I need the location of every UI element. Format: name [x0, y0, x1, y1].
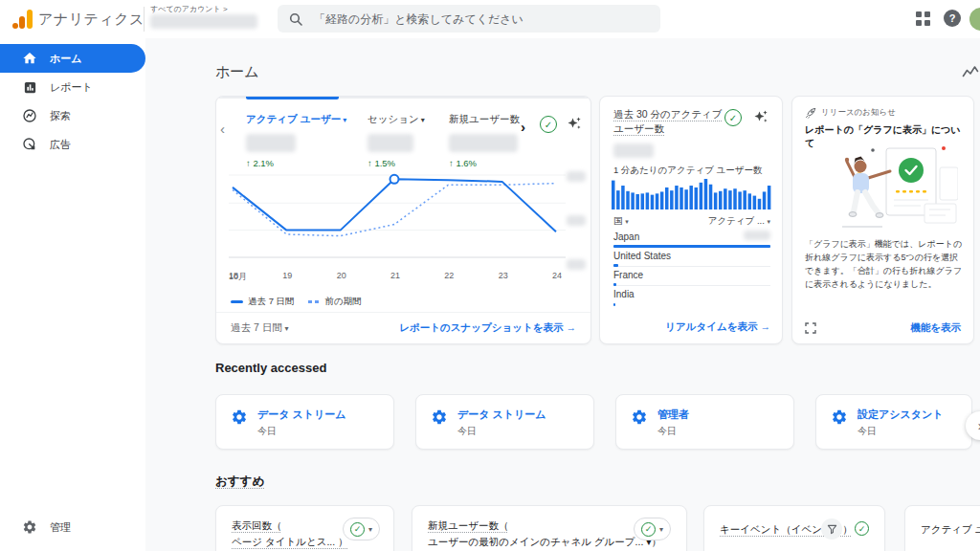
analytics-logo-icon[interactable]	[11, 9, 34, 30]
legend-solid-swatch	[231, 300, 243, 303]
sparkle-insights-icon[interactable]	[753, 109, 768, 124]
y-axis-label-blurred	[567, 259, 586, 270]
sidebar-item-label: 広告	[50, 138, 71, 152]
reports-icon	[21, 78, 38, 96]
value-column-header[interactable]: アクティブ ... ▾	[708, 215, 770, 228]
report-snapshot-link[interactable]: レポートのスナップショットを表示 →	[399, 321, 576, 335]
country-list: Japan United States France India	[613, 229, 770, 305]
top-header: アナリティクス すべてのアカウント > ?	[0, 0, 980, 38]
recent-card-data-stream-1[interactable]: データ ストリーム 今日	[215, 394, 394, 450]
search-input[interactable]	[314, 12, 649, 26]
rocket-icon	[805, 107, 816, 119]
gear-icon	[631, 408, 648, 426]
sidebar-item-label: レポート	[50, 80, 93, 95]
y-axis-label-blurred	[567, 171, 586, 182]
suggested-card-new-users[interactable]: 新規ユーザー数（ ユーザーの最初のメインのチャネル グループ... ▾） ✓ ▾	[412, 505, 687, 551]
metric-status-pill[interactable]: ✓ ▾	[634, 518, 671, 540]
country-column-header[interactable]: 国 ▾	[613, 215, 629, 228]
active-tab-indicator	[246, 97, 339, 99]
recent-card-data-stream-2[interactable]: データ ストリーム 今日	[415, 394, 594, 450]
metric-tab-sessions[interactable]: セッション▾ ↑ 1.5%	[368, 109, 425, 168]
metrics-prev-chevron-icon[interactable]: ‹	[220, 121, 225, 136]
realtime-card: 過去 30 分のアクティブ ユーザー数 ✓ 1 分あたりのアクティブ ユーザー数…	[599, 96, 783, 344]
recent-card-setup-assistant[interactable]: 設定アシスタント 今日	[815, 394, 972, 450]
chevron-down-icon[interactable]: ▾	[343, 116, 346, 124]
main-content: ホーム ‹ アクティブ ユーザー▾ ↑ 2.1% セッション▾ ↑ 1.5% 新…	[145, 38, 980, 551]
country-bar	[613, 303, 615, 306]
legend-label-current: 過去 7 日間	[248, 296, 295, 308]
header-divider	[144, 7, 145, 32]
gear-icon	[231, 408, 248, 426]
per-minute-bar-chart	[612, 179, 772, 213]
overview-metrics-card: ‹ アクティブ ユーザー▾ ↑ 2.1% セッション▾ ↑ 1.5% 新規ユーザ…	[215, 96, 591, 344]
account-name-blurred[interactable]	[150, 14, 257, 29]
sidebar-item-admin[interactable]: 管理	[0, 513, 145, 541]
arrow-right-icon: →	[567, 321, 577, 333]
sidebar-item-label: ホーム	[50, 52, 82, 66]
metric-change: 1.6%	[456, 158, 477, 168]
sparkle-insights-icon[interactable]	[567, 116, 582, 131]
search-bar[interactable]	[278, 5, 660, 33]
x-axis-labels: 10月 18192021222324	[229, 271, 566, 292]
view-feature-link[interactable]: 機能を表示	[910, 321, 961, 335]
metric-status-pill[interactable]: ✓ ▾	[343, 518, 380, 540]
date-range-selector[interactable]: 過去 7 日間 ▾	[231, 321, 289, 335]
country-row[interactable]: France	[613, 267, 770, 286]
metric-tab-active-users[interactable]: アクティブ ユーザー▾ ↑ 2.1%	[246, 109, 346, 168]
country-row[interactable]: United States	[613, 248, 770, 267]
metric-change: 1.5%	[374, 158, 395, 168]
release-footer: 機能を表示	[792, 313, 973, 343]
country-row[interactable]: India	[613, 286, 770, 305]
chevron-down-icon[interactable]: ▾	[421, 116, 425, 124]
sidebar-item-reports[interactable]: レポート	[0, 73, 145, 101]
metric-label: アクティブ ユーザー	[246, 113, 341, 124]
metric-value-blurred	[449, 134, 518, 152]
gear-icon	[21, 518, 38, 536]
country-row[interactable]: Japan	[613, 229, 770, 248]
chevron-down-icon: ▾	[285, 324, 289, 333]
country-value-blurred	[744, 231, 770, 240]
expand-icon[interactable]	[805, 322, 816, 334]
data-quality-check-icon[interactable]: ✓	[540, 116, 557, 133]
suggested-card-views[interactable]: 表示回数（ ページ タイトルとス... ） ✓ ▾ ページ タイトルとス... …	[215, 505, 394, 551]
sidebar-item-explore[interactable]: 探索	[0, 101, 145, 130]
metric-change: 2.1%	[253, 158, 274, 168]
filter-funnel-icon[interactable]	[821, 518, 842, 540]
suggested-card-key-events[interactable]: キーイベント（イベント名） ✓ イベント名 キーイベント	[703, 505, 885, 551]
app-title: アナリティクス	[38, 11, 145, 29]
up-arrow-icon: ↑	[246, 158, 251, 168]
user-avatar[interactable]	[969, 8, 980, 31]
up-arrow-icon: ↑	[449, 158, 454, 168]
legend-label-previous: 前の期間	[325, 296, 362, 308]
y-axis-label-blurred	[567, 215, 586, 226]
x-tick-label: 21	[390, 271, 400, 280]
x-tick-label: 18	[229, 271, 238, 280]
release-illustration	[810, 141, 958, 232]
breadcrumb[interactable]: すべてのアカウント >	[150, 4, 228, 14]
suggested-card-title: アクティブ ユーザー...	[921, 521, 980, 538]
realtime-table-header: 国 ▾ アクティブ ... ▾	[613, 215, 770, 228]
suggested-title: おすすめ	[215, 474, 264, 490]
data-quality-check-icon[interactable]: ✓	[724, 109, 742, 126]
chevron-down-icon: ▾	[659, 525, 663, 534]
sidebar-item-advertising[interactable]: 広告	[0, 130, 145, 159]
apps-grid-icon[interactable]	[916, 11, 930, 26]
x-tick-label: 19	[282, 271, 292, 280]
gear-icon	[831, 408, 848, 426]
sidebar-item-label: 探索	[50, 109, 71, 123]
view-realtime-link[interactable]: リアルタイムを表示 →	[665, 320, 770, 334]
sidebar-item-home[interactable]: ホーム	[0, 44, 145, 73]
insights-icon[interactable]	[960, 61, 980, 82]
gear-icon	[431, 408, 448, 426]
metric-tab-new-users[interactable]: 新規ユーザー数 ↑ 1.6%	[449, 109, 520, 168]
release-eyebrow: リリースのお知らせ	[805, 107, 896, 119]
recent-card-admin[interactable]: 管理者 今日	[615, 394, 794, 450]
release-body: 「グラフに表示」機能では、レポートの折れ線グラフに表示する5つの行を選択できます…	[805, 238, 964, 292]
advertising-icon	[21, 136, 38, 153]
suggested-card-active-users[interactable]: アクティブ ユーザー...	[904, 505, 980, 551]
help-icon[interactable]: ?	[944, 10, 961, 27]
metrics-next-chevron-icon[interactable]: ›	[521, 120, 525, 134]
x-tick-label: 24	[552, 271, 562, 280]
metric-value-blurred	[246, 134, 296, 152]
analytics-home-screen: アナリティクス すべてのアカウント > ? ホーム レポート 探索	[0, 0, 980, 551]
